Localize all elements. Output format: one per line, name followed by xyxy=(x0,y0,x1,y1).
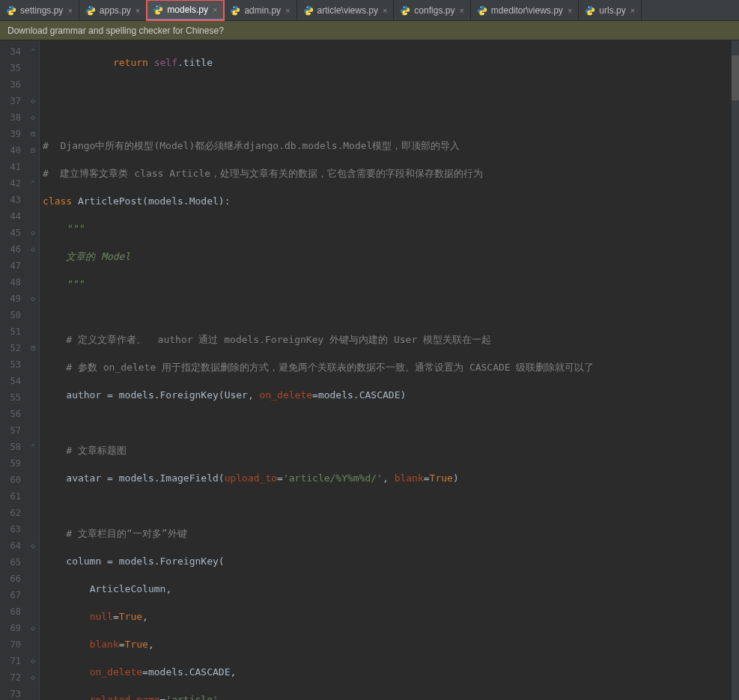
code-token: = xyxy=(424,472,430,484)
code-token: ) xyxy=(453,472,459,484)
code-token: return xyxy=(113,57,148,68)
code-token: class xyxy=(43,195,72,207)
code-token: blank xyxy=(395,472,424,484)
code-token: =models.CASCADE) xyxy=(312,389,406,401)
code-comment: # 参数 on_delete 用于指定数据删除的方式，避免两个关联表的数据不一致… xyxy=(66,362,594,373)
svg-point-0 xyxy=(10,6,10,7)
tab-label: models.py xyxy=(167,4,208,15)
svg-point-1 xyxy=(12,13,13,13)
code-token: = xyxy=(119,639,125,650)
tab-configs[interactable]: configs.py× xyxy=(394,0,470,20)
code-token: (models.Model): xyxy=(142,195,230,207)
code-token: , xyxy=(148,639,154,650)
code-token: True xyxy=(125,639,148,650)
svg-point-11 xyxy=(406,13,407,13)
line-gutter: 3435363738394041424344454647484950515253… xyxy=(0,40,27,700)
code-token: = xyxy=(113,611,119,622)
code-token: on_delete xyxy=(260,389,312,401)
svg-point-9 xyxy=(309,13,310,13)
tab-admin[interactable]: admin.py× xyxy=(224,0,296,20)
python-icon xyxy=(400,5,410,16)
code-token: = xyxy=(142,666,148,678)
code-token: , xyxy=(383,472,395,484)
code-token: , xyxy=(165,583,171,594)
code-comment: # 定义文章作者。 author 通过 models.ForeignKey 外键… xyxy=(66,334,491,345)
svg-point-12 xyxy=(480,6,481,7)
code-area[interactable]: return self.title # Django中所有的模型(Model)都… xyxy=(39,40,739,700)
code-token: , xyxy=(142,611,148,622)
close-icon[interactable]: × xyxy=(213,5,217,14)
code-token: .title xyxy=(177,57,213,68)
svg-point-6 xyxy=(234,6,234,7)
code-token: upload_to xyxy=(225,472,277,484)
svg-point-3 xyxy=(91,13,92,13)
tab-article-views[interactable]: article\views.py× xyxy=(297,0,395,20)
close-icon[interactable]: × xyxy=(285,6,290,15)
svg-point-14 xyxy=(589,6,589,7)
vertical-scrollbar[interactable] xyxy=(732,40,739,700)
python-icon xyxy=(230,5,240,16)
code-token: column = models.ForeignKey( xyxy=(66,556,224,567)
svg-point-4 xyxy=(156,5,157,6)
close-icon[interactable]: × xyxy=(630,6,635,15)
code-token: blank xyxy=(90,639,119,650)
code-token: , xyxy=(230,666,236,678)
svg-point-5 xyxy=(159,12,159,13)
code-token: ArticlePost xyxy=(78,195,142,207)
tab-urls[interactable]: urls.py× xyxy=(579,0,642,20)
close-icon[interactable]: × xyxy=(136,6,140,15)
tab-label: admin.py xyxy=(244,5,281,16)
code-comment: # 文章栏目的“一对多”外键 xyxy=(66,528,186,539)
tab-settings[interactable]: settings.py× xyxy=(0,0,79,20)
code-comment: # 建立博客文章类 class Article，处理与文章有关的数据，它包含需要… xyxy=(43,168,483,179)
code-editor: 3435363738394041424344454647484950515253… xyxy=(0,40,739,700)
scroll-thumb[interactable] xyxy=(732,55,739,100)
python-icon xyxy=(85,5,96,16)
notification-banner[interactable]: Download grammar and spelling checker fo… xyxy=(0,21,739,40)
python-icon xyxy=(303,5,314,16)
svg-point-8 xyxy=(306,6,307,7)
tab-label: apps.py xyxy=(100,5,131,16)
tab-apps[interactable]: apps.py× xyxy=(79,0,147,20)
tab-label: configs.py xyxy=(414,5,454,16)
tab-label: settings.py xyxy=(20,5,63,16)
tab-mdeditor-views[interactable]: mdeditor\views.py× xyxy=(471,0,579,20)
code-docstring: 文章的 xyxy=(66,251,101,262)
code-token: True xyxy=(430,472,453,484)
svg-point-15 xyxy=(591,13,591,13)
tab-label: mdeditor\views.py xyxy=(491,5,563,16)
close-icon[interactable]: × xyxy=(67,6,72,15)
code-token: self xyxy=(154,57,177,68)
close-icon[interactable]: × xyxy=(568,6,572,15)
tab-bar: settings.py× apps.py× models.py× admin.p… xyxy=(0,0,739,21)
svg-point-13 xyxy=(483,13,484,13)
tab-label: urls.py xyxy=(599,5,625,16)
code-token: models.CASCADE xyxy=(148,666,231,678)
code-docstring: """ xyxy=(66,223,83,234)
svg-point-7 xyxy=(236,13,237,13)
tab-models[interactable]: models.py× xyxy=(147,0,224,20)
tab-label: article\views.py xyxy=(317,5,378,16)
code-token: author = models.ForeignKey(User xyxy=(66,389,248,401)
code-token: 'article' xyxy=(165,694,218,700)
code-docstring: Model xyxy=(101,251,130,262)
code-token: null xyxy=(90,611,113,622)
code-token: True xyxy=(119,611,142,622)
svg-point-10 xyxy=(404,6,404,7)
python-icon xyxy=(153,4,163,15)
code-docstring: """ xyxy=(66,279,83,290)
code-token: , xyxy=(248,389,260,401)
fold-column: ⌃◇◇⊟⊟⌃◇◇◇⊟⌃◇◇◇◇ xyxy=(27,40,39,700)
code-token: on_delete xyxy=(90,666,142,678)
svg-point-2 xyxy=(88,6,89,7)
code-token: = xyxy=(277,472,283,484)
close-icon[interactable]: × xyxy=(383,6,387,15)
python-icon xyxy=(585,5,595,16)
banner-text: Download grammar and spelling checker fo… xyxy=(7,25,224,36)
code-token: related_name xyxy=(90,694,160,700)
python-icon xyxy=(477,5,487,16)
code-comment: # Django中所有的模型(Model)都必须继承django.db.mode… xyxy=(43,140,460,151)
close-icon[interactable]: × xyxy=(459,6,463,15)
code-token: avatar = models.ImageField( xyxy=(66,472,224,484)
python-icon xyxy=(6,5,16,16)
